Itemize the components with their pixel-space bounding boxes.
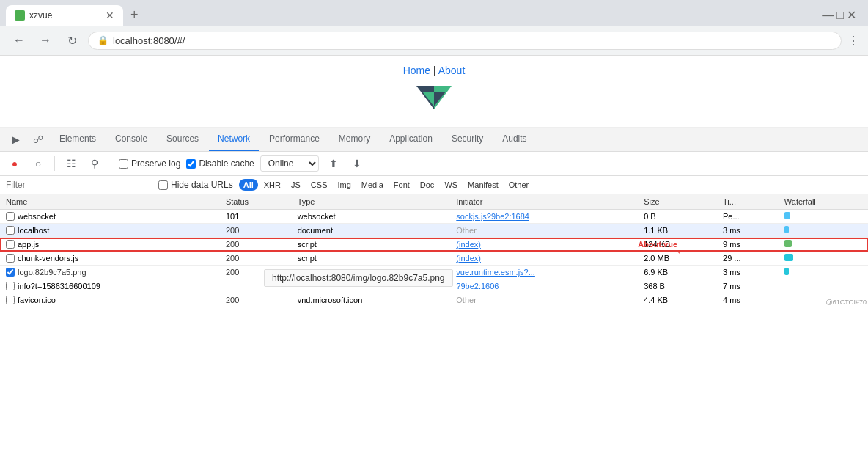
home-link[interactable]: Home [403, 65, 430, 76]
extensions-button[interactable]: ⋮ [847, 34, 859, 48]
waterfall-bar [784, 254, 793, 261]
filter-manifest[interactable]: Manifest [463, 179, 503, 191]
row-checkbox[interactable] [6, 226, 15, 235]
filter-ws[interactable]: WS [440, 179, 462, 191]
restore-button[interactable]: □ [836, 9, 844, 22]
address-bar: ← → ↻ 🔒 localhost:8080/#/ ⋮ [0, 26, 868, 55]
throttle-dropdown[interactable]: Online Fast 3G Slow 3G Offline [260, 155, 319, 172]
url-bar[interactable]: 🔒 localhost:8080/#/ [88, 32, 842, 50]
row-checkbox[interactable] [6, 296, 15, 304]
tab-audits[interactable]: Audits [493, 128, 535, 151]
toolbar-separator-2 [111, 156, 111, 171]
window-controls: — □ ✕ [822, 8, 862, 22]
filter-media[interactable]: Media [357, 179, 388, 191]
filter-xhr[interactable]: XHR [260, 179, 285, 191]
col-initiator[interactable]: Initiator [450, 194, 638, 210]
back-button[interactable]: ← [9, 30, 29, 51]
col-waterfall[interactable]: Waterfall [779, 194, 868, 210]
cursor-icon[interactable]: ▶ [6, 129, 26, 150]
network-table: Name Status Type Initiator Size Ti... Wa… [0, 194, 868, 307]
filter-css[interactable]: CSS [306, 179, 332, 191]
preserve-log-label[interactable]: Preserve log [119, 158, 180, 169]
col-type[interactable]: Type [292, 194, 451, 210]
name-cell: favicon.ico [0, 293, 220, 307]
tab-bar: xzvue ✕ + — □ ✕ [0, 0, 868, 26]
time-cell: 9 ms [717, 238, 779, 252]
status-cell: 101 [220, 210, 292, 224]
nav-separator: | [433, 65, 436, 76]
hide-data-urls-checkbox[interactable] [158, 180, 168, 190]
size-cell: 2.0 MB [638, 252, 717, 266]
row-checkbox[interactable] [6, 282, 15, 290]
initiator-cell: Other [450, 224, 638, 238]
filter-icon[interactable]: ☷ [62, 155, 80, 172]
status-cell: 200 [220, 224, 292, 238]
minimize-button[interactable]: — [822, 9, 834, 22]
waterfall-bar [784, 212, 790, 219]
mobile-icon[interactable]: ☍ [27, 129, 49, 150]
table-row[interactable]: chunk-vendors.js 200 script (index) 2.0 … [0, 252, 868, 266]
filter-js[interactable]: JS [287, 179, 305, 191]
tab-security[interactable]: Security [443, 128, 492, 151]
tab-application[interactable]: Application [380, 128, 441, 151]
tab-title: xzvue [29, 10, 101, 21]
download-button[interactable]: ⬇ [348, 155, 366, 172]
tab-network[interactable]: Network [209, 128, 259, 151]
forward-button[interactable]: → [35, 30, 56, 51]
size-cell: 124 KB [638, 238, 717, 252]
filter-doc[interactable]: Doc [416, 179, 439, 191]
browser-chrome: xzvue ✕ + — □ ✕ ← → ↻ 🔒 localhost:8080/#… [0, 0, 868, 56]
tab-close-button[interactable]: ✕ [106, 10, 114, 21]
tab-performance[interactable]: Performance [260, 128, 328, 151]
status-cell: 200 [220, 238, 292, 252]
col-name[interactable]: Name [0, 194, 220, 210]
col-status[interactable]: Status [220, 194, 292, 210]
col-size[interactable]: Size [638, 194, 717, 210]
name-cell: localhost [0, 224, 220, 238]
tab-elements[interactable]: Elements [51, 128, 105, 151]
website-content: Home | About [0, 56, 868, 128]
close-window-button[interactable]: ✕ [847, 8, 856, 22]
table-row[interactable]: app.js 200 script (index) 124 KB 9 ms [0, 238, 868, 252]
tab-console[interactable]: Console [106, 128, 156, 151]
tab-sources[interactable]: Sources [158, 128, 207, 151]
waterfall-cell [779, 238, 868, 252]
filter-img[interactable]: Img [333, 179, 355, 191]
filter-other[interactable]: Other [504, 179, 534, 191]
hide-data-urls-label[interactable]: Hide data URLs [158, 180, 233, 190]
filter-all[interactable]: All [239, 179, 258, 191]
initiator-cell: sockjs.js?9be2:1684 [450, 210, 638, 224]
name-cell: info?t=1586316600109 [0, 279, 220, 293]
filter-font[interactable]: Font [389, 179, 414, 191]
row-checkbox[interactable] [6, 212, 15, 221]
cancel-button[interactable]: ○ [29, 155, 47, 172]
upload-button[interactable]: ⬆ [325, 155, 342, 172]
active-tab[interactable]: xzvue ✕ [6, 5, 123, 26]
about-link[interactable]: About [438, 65, 466, 76]
table-row[interactable]: favicon.ico 200 vnd.microsoft.icon Other… [0, 293, 868, 307]
lock-icon: 🔒 [98, 35, 108, 45]
initiator-cell: (index) [450, 238, 638, 252]
network-table-container[interactable]: Name Status Type Initiator Size Ti... Wa… [0, 194, 868, 307]
row-checkbox[interactable] [6, 268, 15, 277]
row-checkbox[interactable] [6, 240, 15, 249]
new-tab-button[interactable]: + [125, 4, 144, 26]
col-time[interactable]: Ti... [717, 194, 779, 210]
preserve-log-checkbox[interactable] [119, 159, 128, 169]
type-cell: vnd.microsoft.icon [292, 293, 451, 307]
search-icon[interactable]: ⚲ [86, 155, 103, 172]
tab-memory[interactable]: Memory [330, 128, 379, 151]
table-row[interactable]: websocket 101 websocket sockjs.js?9be2:1… [0, 210, 868, 224]
row-checkbox[interactable] [6, 254, 15, 263]
disable-cache-checkbox[interactable] [186, 159, 196, 169]
record-button[interactable]: ● [6, 155, 23, 172]
filter-type-buttons: All XHR JS CSS Img Media Font Doc WS Man… [239, 179, 533, 191]
size-cell: 0 B [638, 210, 717, 224]
filter-input[interactable] [6, 180, 152, 190]
name-cell: websocket [0, 210, 220, 224]
table-row[interactable]: localhost 200 document Other 1.1 KB 3 ms [0, 224, 868, 238]
refresh-button[interactable]: ↻ [62, 30, 82, 51]
time-cell: 4 ms [717, 293, 779, 307]
waterfall-bar [784, 226, 789, 233]
disable-cache-label[interactable]: Disable cache [186, 158, 254, 169]
